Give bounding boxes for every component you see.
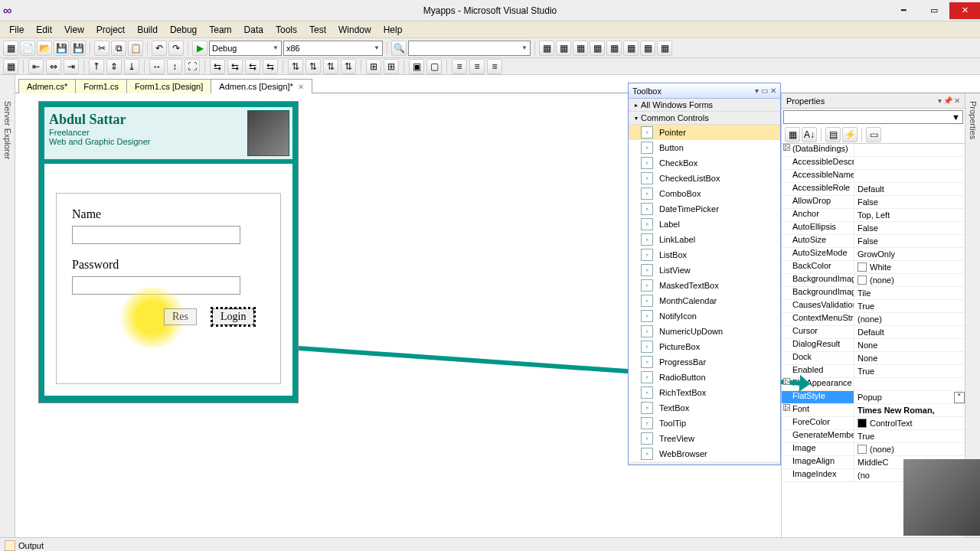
find-icon[interactable]: 🔍 xyxy=(391,41,407,56)
document-tab[interactable]: Form1.cs xyxy=(75,79,127,93)
toolbox-item[interactable]: ▫DateTimePicker xyxy=(629,201,780,217)
cut-icon[interactable]: ✂ xyxy=(94,41,109,56)
textbox-name[interactable] xyxy=(72,226,240,244)
toolbox-item[interactable]: ▫ComboBox xyxy=(629,186,780,201)
save-icon[interactable]: 💾 xyxy=(54,41,69,56)
toolbox-item[interactable]: ▫Pointer xyxy=(629,125,780,140)
property-row[interactable]: AutoSizeModeGrowOnly xyxy=(782,248,965,261)
property-row[interactable]: CursorDefault xyxy=(782,326,965,339)
toolbox-item[interactable]: ▫Button xyxy=(629,140,780,155)
menu-test[interactable]: Test xyxy=(303,23,332,37)
merge-icon[interactable]: ≡ xyxy=(469,59,485,74)
toolbox-item[interactable]: ▫CheckedListBox xyxy=(629,171,780,186)
expand-icon[interactable]: ▷ xyxy=(783,404,790,411)
align-top-icon[interactable]: ⤒ xyxy=(89,59,104,74)
login-button[interactable]: Login xyxy=(212,308,254,325)
events-icon[interactable]: ⚡ xyxy=(842,127,858,142)
center-h-icon[interactable]: ⊞ xyxy=(366,59,381,74)
property-row[interactable]: ContextMenuStrip(none) xyxy=(782,313,965,326)
menu-tools[interactable]: Tools xyxy=(270,23,303,37)
menu-project[interactable]: Project xyxy=(90,23,131,37)
toolbox-item[interactable]: ▫MonthCalendar xyxy=(629,293,780,308)
menu-debug[interactable]: Debug xyxy=(164,23,203,37)
hspace-rem-icon[interactable]: ⇆ xyxy=(263,59,278,74)
vspace-eq-icon[interactable]: ⇅ xyxy=(288,59,303,74)
align-grid-icon[interactable]: ▦ xyxy=(3,59,18,74)
align-middle-icon[interactable]: ⇕ xyxy=(106,59,122,74)
property-row[interactable]: DialogResultNone xyxy=(782,339,965,352)
hspace-dec-icon[interactable]: ⇆ xyxy=(245,59,260,74)
start-icon[interactable]: ▶ xyxy=(192,41,207,56)
new-project-icon[interactable]: ▦ xyxy=(3,41,18,56)
add-icon[interactable]: 📄 xyxy=(20,41,35,56)
toolbox-drop-icon[interactable]: ▾ xyxy=(755,86,759,95)
property-row[interactable]: BackgroundImagTile xyxy=(782,287,965,300)
toolbox-item[interactable]: ▫TreeView xyxy=(629,431,780,446)
toolbox-item[interactable]: ▫ListView xyxy=(629,262,780,278)
tb-f-icon[interactable]: ▦ xyxy=(623,41,639,56)
maximize-button[interactable]: ▭ xyxy=(919,2,949,19)
menu-help[interactable]: Help xyxy=(377,23,409,37)
property-row[interactable]: ▷(DataBindings) xyxy=(782,144,965,157)
properties-icon[interactable]: ▤ xyxy=(825,127,841,142)
tb-c-icon[interactable]: ▦ xyxy=(573,41,588,56)
property-row[interactable]: AccessibleName xyxy=(782,170,965,183)
form-designer[interactable]: Abdul Sattar Freelancer Web and Graphic … xyxy=(38,101,299,403)
toolbox-header[interactable]: Toolbox ▾▭✕ xyxy=(629,83,780,99)
property-row[interactable]: Image(none) xyxy=(782,443,965,456)
tb-b-icon[interactable]: ▦ xyxy=(556,41,571,56)
property-row[interactable]: AutoSizeFalse xyxy=(782,235,965,248)
document-tab[interactable]: Admen.cs* xyxy=(18,79,76,93)
categorized-icon[interactable]: ▦ xyxy=(785,127,800,142)
property-row[interactable]: CausesValidationTrue xyxy=(782,300,965,313)
tab-close-icon[interactable]: ✕ xyxy=(298,83,304,91)
props-pin-icon[interactable]: ▾ xyxy=(938,96,942,105)
toolbox-item[interactable]: ▫MaskedTextBox xyxy=(629,278,780,293)
align-bottom-icon[interactable]: ⤓ xyxy=(124,59,139,74)
property-row[interactable]: AllowDropFalse xyxy=(782,196,965,209)
expand-icon[interactable]: ▷ xyxy=(783,378,790,385)
document-tab[interactable]: Form1.cs [Design] xyxy=(126,79,211,93)
hspace-eq-icon[interactable]: ⇆ xyxy=(210,59,225,74)
vspace-rem-icon[interactable]: ⇅ xyxy=(341,59,356,74)
same-size-icon[interactable]: ⛶ xyxy=(185,59,200,74)
menu-view[interactable]: View xyxy=(58,23,90,37)
config-combo[interactable]: Debug▼ xyxy=(209,41,282,56)
send-back-icon[interactable]: ▢ xyxy=(426,59,442,74)
tb-h-icon[interactable]: ▦ xyxy=(657,41,672,56)
tb-e-icon[interactable]: ▦ xyxy=(606,41,622,56)
property-row[interactable]: GenerateMemberTrue xyxy=(782,430,965,443)
same-width-icon[interactable]: ↔ xyxy=(149,59,165,74)
toolbox-item[interactable]: ▫WebBrowser xyxy=(629,446,780,461)
center-v-icon[interactable]: ⊞ xyxy=(384,59,399,74)
toolbox-item[interactable]: ▫PictureBox xyxy=(629,339,780,354)
align-left-icon[interactable]: ⇤ xyxy=(28,59,44,74)
redo-icon[interactable]: ↷ xyxy=(168,41,184,56)
same-height-icon[interactable]: ↕ xyxy=(167,59,182,74)
tb-a-icon[interactable]: ▦ xyxy=(539,41,554,56)
split-icon[interactable]: ≡ xyxy=(487,59,502,74)
toolbox-item[interactable]: ▫ListBox xyxy=(629,247,780,262)
property-row[interactable]: AnchorTop, Left xyxy=(782,209,965,222)
open-icon[interactable]: 📂 xyxy=(37,41,52,56)
dropdown-icon[interactable]: ˅ xyxy=(954,392,965,403)
vspace-inc-icon[interactable]: ⇅ xyxy=(305,59,321,74)
toolbox-item[interactable]: ▫Label xyxy=(629,217,780,232)
server-explorer-tab[interactable]: Server Explorer xyxy=(0,93,15,537)
toolbox-item[interactable]: ▫NotifyIcon xyxy=(629,308,780,324)
menu-window[interactable]: Window xyxy=(332,23,377,37)
properties-object-combo[interactable]: ▼ xyxy=(783,110,963,124)
toolbox-window[interactable]: Toolbox ▾▭✕ ▸All Windows Forms▾Common Co… xyxy=(628,83,781,465)
property-row[interactable]: FlatStylePopup˅ xyxy=(782,391,965,404)
toolbox-close-icon[interactable]: ✕ xyxy=(770,86,776,95)
toolbox-group[interactable]: ▸Containers xyxy=(629,461,780,465)
toolbox-group[interactable]: ▾Common Controls xyxy=(629,112,780,125)
property-row[interactable]: BackColorWhite xyxy=(782,261,965,274)
expand-icon[interactable]: ▷ xyxy=(783,144,790,151)
hspace-inc-icon[interactable]: ⇆ xyxy=(227,59,243,74)
tb-d-icon[interactable]: ▦ xyxy=(590,41,605,56)
output-tab[interactable]: Output xyxy=(0,537,980,551)
property-row[interactable]: ForeColorControlText xyxy=(782,417,965,430)
paste-icon[interactable]: 📋 xyxy=(128,41,143,56)
property-row[interactable]: ▷FontTimes New Roman, xyxy=(782,404,965,417)
